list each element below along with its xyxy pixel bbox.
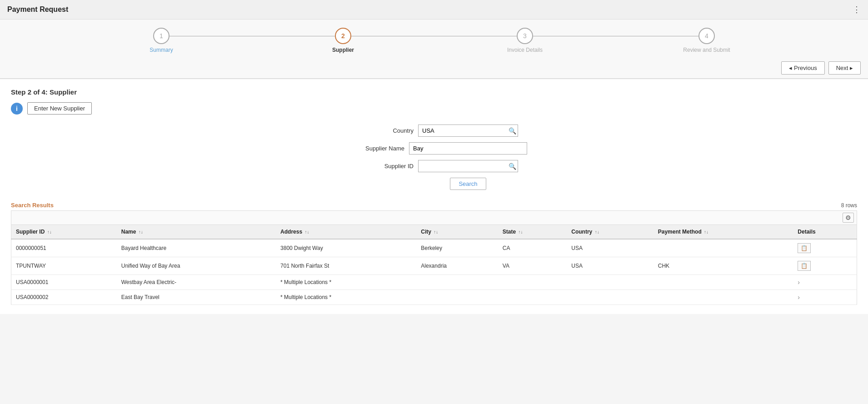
cell-address: * Multiple Locations *: [276, 290, 416, 305]
cell-city: [416, 275, 498, 290]
country-row: Country 🔍: [11, 125, 857, 137]
action-row: i Enter New Supplier: [11, 102, 857, 115]
chevron-right-icon[interactable]: ›: [798, 279, 800, 286]
cell-state: CA: [498, 239, 567, 257]
wizard-step-1[interactable]: 1 Summary: [70, 28, 252, 53]
enter-new-supplier-button[interactable]: Enter New Supplier: [27, 102, 92, 115]
cell-city: Alexandria: [416, 257, 498, 275]
page-header: Payment Request ⋮: [0, 0, 868, 20]
supplier-name-label: Supplier Name: [341, 145, 404, 152]
menu-icon[interactable]: ⋮: [853, 5, 861, 15]
sort-icon-address[interactable]: ↑↓: [304, 229, 309, 234]
sort-icon-supplier-id[interactable]: ↑↓: [47, 229, 52, 234]
search-results-title: Search Results: [11, 202, 54, 209]
wizard-section: 1 Summary 2 Supplier 3 Invoice Details 4: [0, 20, 868, 79]
content-area: Step 2 of 4: Supplier i Enter New Suppli…: [0, 79, 868, 314]
table-row: USA0000001Westbay Area Electric-* Multip…: [11, 275, 857, 290]
step-circle-3: 3: [517, 28, 533, 44]
supplier-name-input-wrap: [409, 142, 527, 155]
cell-payment_method: [653, 275, 793, 290]
cell-city: [416, 290, 498, 305]
col-state: State ↑↓: [498, 225, 567, 239]
wizard-nav: ◂ Previous Next ▸: [0, 58, 868, 78]
step-circle-2: 2: [335, 28, 351, 44]
table-toolbar: ⚙: [11, 210, 857, 224]
search-btn-row: Search: [11, 178, 857, 190]
cell-address: * Multiple Locations *: [276, 275, 416, 290]
col-name: Name ↑↓: [117, 225, 276, 239]
country-search-icon[interactable]: 🔍: [509, 127, 516, 135]
cell-details: ›: [793, 290, 857, 305]
cell-payment_method: [653, 290, 793, 305]
cell-details: 📋: [793, 257, 857, 275]
wizard-steps: 1 Summary 2 Supplier 3 Invoice Details 4: [0, 28, 868, 58]
chevron-right-icon[interactable]: ›: [798, 294, 800, 301]
cell-state: VA: [498, 257, 567, 275]
cell-name: East Bay Travel: [117, 290, 276, 305]
cell-address: 3800 Dwight Way: [276, 239, 416, 257]
next-button[interactable]: Next ▸: [828, 61, 861, 75]
supplier-id-row: Supplier ID 🔍: [11, 160, 857, 172]
sort-icon-city[interactable]: ↑↓: [434, 229, 438, 234]
sort-icon-name[interactable]: ↑↓: [139, 229, 143, 234]
table-row: TPUNTWAYUnified Way of Bay Area701 North…: [11, 257, 857, 275]
step-label-4: Review and Submit: [683, 47, 730, 53]
cell-country: [567, 290, 653, 305]
cell-details: 📋: [793, 239, 857, 257]
cell-details: ›: [793, 275, 857, 290]
page-title: Payment Request: [7, 5, 68, 14]
rows-count: 8 rows: [841, 202, 857, 209]
wizard-step-2[interactable]: 2 Supplier: [252, 28, 434, 53]
wizard-step-4[interactable]: 4 Review and Submit: [616, 28, 798, 53]
supplier-id-input[interactable]: [418, 160, 518, 172]
cell-country: [567, 275, 653, 290]
search-results-header: Search Results 8 rows: [11, 199, 857, 210]
col-city: City ↑↓: [416, 225, 498, 239]
country-label: Country: [350, 127, 414, 134]
cell-payment_method: CHK: [653, 257, 793, 275]
previous-button[interactable]: ◂ Previous: [781, 61, 824, 75]
step-label-2: Supplier: [332, 47, 354, 53]
table-row: USA0000002East Bay Travel* Multiple Loca…: [11, 290, 857, 305]
cell-country: USA: [567, 239, 653, 257]
cell-city: Berkeley: [416, 239, 498, 257]
step-circle-4: 4: [698, 28, 715, 44]
col-supplier-id: Supplier ID ↑↓: [11, 225, 117, 239]
sort-icon-country[interactable]: ↑↓: [595, 229, 599, 234]
step-heading: Step 2 of 4: Supplier: [11, 88, 857, 96]
wizard-step-3[interactable]: 3 Invoice Details: [434, 28, 616, 53]
col-details: Details: [793, 225, 857, 239]
info-button[interactable]: i: [11, 103, 23, 115]
cell-supplier_id: USA0000002: [11, 290, 117, 305]
form-section: Country 🔍 Supplier Name Supplier ID 🔍 Se…: [11, 125, 857, 190]
country-input[interactable]: [418, 125, 518, 137]
step-label-1: Summary: [150, 47, 173, 53]
cell-address: 701 North Fairfax St: [276, 257, 416, 275]
col-address: Address ↑↓: [276, 225, 416, 239]
col-country: Country ↑↓: [567, 225, 653, 239]
cell-state: [498, 290, 567, 305]
supplier-id-label: Supplier ID: [350, 163, 414, 170]
cell-supplier_id: TPUNTWAY: [11, 257, 117, 275]
supplier-id-input-wrap: 🔍: [418, 160, 518, 172]
detail-button[interactable]: 📋: [798, 261, 811, 271]
detail-button[interactable]: 📋: [798, 243, 811, 253]
cell-name: Westbay Area Electric-: [117, 275, 276, 290]
col-payment-method: Payment Method ↑↓: [653, 225, 793, 239]
step-circle-1: 1: [153, 28, 170, 44]
cell-state: [498, 275, 567, 290]
sort-icon-payment-method[interactable]: ↑↓: [704, 229, 708, 234]
country-input-wrap: 🔍: [418, 125, 518, 137]
gear-button[interactable]: ⚙: [843, 213, 854, 223]
table-row: 0000000051Bayard Healthcare3800 Dwight W…: [11, 239, 857, 257]
cell-name: Bayard Healthcare: [117, 239, 276, 257]
search-button[interactable]: Search: [450, 178, 486, 190]
cell-country: USA: [567, 257, 653, 275]
supplier-id-search-icon[interactable]: 🔍: [509, 163, 516, 170]
step-label-3: Invoice Details: [507, 47, 543, 53]
supplier-name-input[interactable]: [409, 142, 527, 155]
supplier-name-row: Supplier Name: [11, 142, 857, 155]
cell-name: Unified Way of Bay Area: [117, 257, 276, 275]
sort-icon-state[interactable]: ↑↓: [519, 229, 523, 234]
results-table: Supplier ID ↑↓ Name ↑↓ Address ↑↓ City ↑…: [11, 224, 857, 305]
